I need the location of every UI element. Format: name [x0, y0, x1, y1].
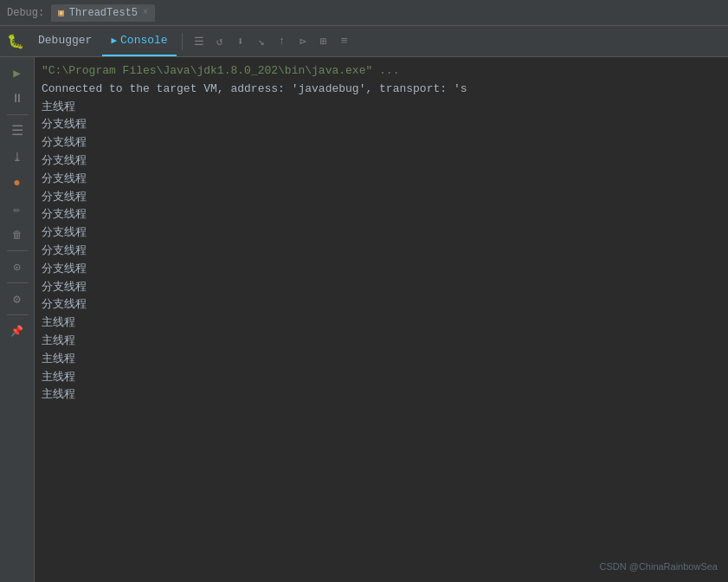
toolbar-icons: ☰ ↺ ⬇ ↘ ↑ ⊳ ⊞ ≡ — [191, 34, 352, 49]
console-line: 分支线程 — [42, 152, 721, 171]
title-tab[interactable]: ▣ ThreadTest5 × — [51, 4, 155, 22]
gear-icon[interactable]: ⚙ — [3, 287, 31, 311]
sidebar-sep-3 — [7, 282, 28, 283]
console-line: 主线程 — [42, 386, 721, 404]
debug-icon[interactable]: 🐛 — [3, 29, 28, 54]
console-line: "C:\Program Files\Java\jdk1.8.0_202\bin\… — [42, 62, 721, 81]
pin-icon[interactable]: 📌 — [3, 319, 31, 343]
resume-icon[interactable]: ▶ — [3, 61, 31, 85]
tab-console[interactable]: ▶ Console — [102, 26, 176, 56]
sidebar: ▶ ⏸ ☰ ⤓ ● ✏ 🗑 ⊙ ⚙ 📌 — [0, 57, 35, 582]
console-line: 主线程 — [42, 351, 721, 369]
tab-name: ThreadTest5 — [69, 7, 138, 19]
console-line: 主线程 — [42, 333, 721, 351]
console-line: 分支线程 — [42, 206, 721, 224]
delete-icon[interactable]: 🗑 — [3, 223, 31, 247]
console-line: 分支线程 — [42, 224, 721, 242]
console-line: 主线程 — [42, 99, 721, 117]
main-area: ▶ ⏸ ☰ ⤓ ● ✏ 🗑 ⊙ ⚙ 📌 "C:\Program Files\Ja… — [0, 57, 728, 582]
step-down-icon[interactable]: ⬇ — [233, 34, 248, 49]
console-line: 分支线程 — [42, 296, 721, 314]
debug-label: Debug: — [7, 7, 44, 19]
console-line: 分支线程 — [42, 134, 721, 152]
sidebar-sep-2 — [7, 250, 28, 251]
pause-icon[interactable]: ⏸ — [3, 87, 31, 111]
step-into-icon[interactable]: ↘ — [254, 34, 269, 49]
watermark: CSDN @ChinaRainbowSea — [599, 561, 718, 572]
evaluate-icon[interactable]: ⊞ — [316, 34, 332, 49]
console-line: 分支线程 — [42, 116, 721, 134]
console-line: 主线程 — [42, 369, 721, 387]
toolbar: 🐛 Debugger ▶ Console ☰ ↺ ⬇ ↘ ↑ ⊳ ⊞ ≡ — [0, 26, 728, 57]
tab-debugger[interactable]: Debugger — [29, 26, 100, 56]
menu-icon[interactable]: ☰ — [191, 34, 207, 49]
dump-threads-icon[interactable]: ⤓ — [3, 145, 31, 169]
sidebar-sep-1 — [7, 114, 28, 115]
console-line: Connected to the target VM, address: 'ja… — [42, 81, 721, 99]
title-bar: Debug: ▣ ThreadTest5 × — [0, 0, 728, 26]
close-tab-button[interactable]: × — [143, 8, 148, 17]
file-icon: ▣ — [58, 7, 64, 18]
step-out-icon[interactable]: ↑ — [274, 34, 290, 49]
frames-icon[interactable]: ☰ — [3, 119, 31, 143]
settings-icon[interactable]: ≡ — [337, 34, 352, 49]
console-line: 分支线程 — [42, 171, 721, 189]
console-line: 主线程 — [42, 314, 721, 333]
console-tab-icon: ▶ — [111, 35, 117, 46]
console-line: 分支线程 — [42, 261, 721, 279]
edit-icon[interactable]: ✏ — [3, 197, 31, 221]
console-line: 分支线程 — [42, 242, 721, 261]
record-icon[interactable]: ● — [3, 171, 31, 195]
console-line: 分支线程 — [42, 279, 721, 297]
console-label: Console — [120, 34, 168, 47]
run-cursor-icon[interactable]: ⊳ — [295, 34, 311, 49]
sidebar-sep-4 — [7, 314, 28, 315]
console-line: 分支线程 — [42, 189, 721, 207]
rerun-icon[interactable]: ↺ — [212, 34, 228, 49]
console-output[interactable]: "C:\Program Files\Java\jdk1.8.0_202\bin\… — [35, 57, 728, 582]
toolbar-separator — [182, 33, 183, 50]
debugger-label: Debugger — [38, 34, 92, 47]
snapshot-icon[interactable]: ⊙ — [3, 255, 31, 279]
